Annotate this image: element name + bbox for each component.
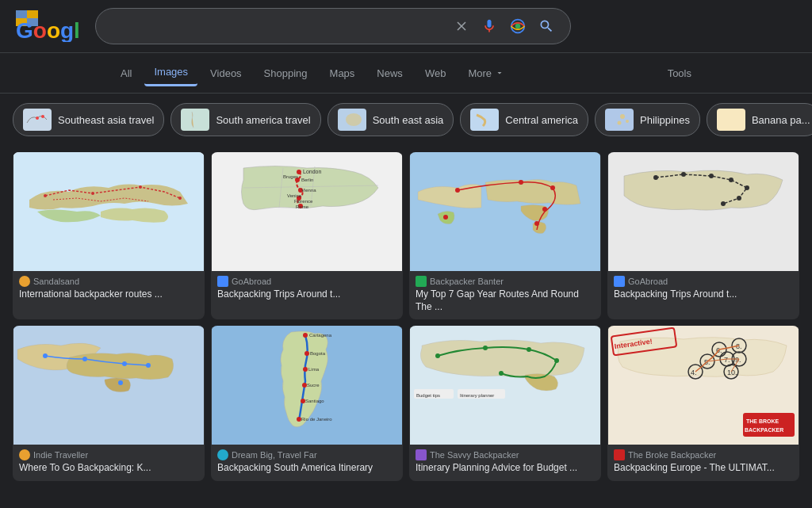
svg-point-15 (626, 120, 629, 123)
voice-search-button[interactable] (478, 15, 500, 37)
svg-point-63 (304, 351, 309, 356)
svg-text:Cartagena: Cartagena (309, 333, 332, 338)
svg-point-79 (499, 371, 504, 376)
nav-item-all[interactable]: All (111, 61, 141, 86)
clear-search-button[interactable] (451, 16, 472, 36)
svg-text:Bruges: Bruges (283, 174, 298, 179)
card-source-4: Indie Traveller (19, 449, 198, 460)
svg-text:Rio de Janeiro: Rio de Janeiro (301, 417, 332, 422)
card-image-3 (607, 152, 799, 271)
card-info-0: Sandalsand International backpacker rout… (13, 271, 205, 307)
nav-item-web[interactable]: Web (416, 61, 456, 86)
svg-text:Berlin: Berlin (301, 178, 313, 182)
card-source-7: The Broke Backpacker (614, 449, 793, 460)
image-card-2[interactable]: Backpacker Banter My Top 7 Gap Year Rout… (409, 152, 601, 319)
nav-item-maps[interactable]: Maps (320, 61, 365, 86)
nav-item-videos[interactable]: Videos (201, 61, 251, 86)
map-south-america-svg: Cartagena Bogota Lima Sucre Santiago Rio… (211, 326, 403, 445)
chip-thumb-sa-travel (181, 109, 209, 131)
card-title-4: Where To Go Backpacking: K... (19, 462, 198, 475)
logo-svg: Google (16, 10, 79, 42)
svg-point-11 (346, 113, 362, 126)
tools-button[interactable]: Tools (658, 61, 701, 86)
svg-text:Bogota: Bogota (310, 351, 326, 356)
nav-item-shopping[interactable]: Shopping (255, 61, 317, 86)
svg-text:BACKPACKER: BACKPACKER (745, 427, 783, 433)
svg-point-45 (534, 221, 539, 226)
svg-rect-47 (608, 152, 799, 271)
nav-item-news[interactable]: News (367, 61, 412, 86)
map-middle-east-svg (13, 326, 205, 445)
svg-text:Florence: Florence (294, 199, 313, 204)
svg-point-44 (542, 207, 547, 212)
search-icons (451, 15, 557, 37)
nav-item-more[interactable]: More (458, 61, 514, 86)
more-chevron-icon (495, 68, 504, 78)
source-icon-1 (217, 276, 228, 287)
nav-item-images[interactable]: Images (144, 59, 197, 86)
svg-point-46 (443, 215, 448, 220)
card-source-1: GoAbroad (217, 276, 396, 287)
svg-point-8 (41, 115, 44, 118)
chip-thumb-ph (605, 109, 634, 131)
svg-text:7.: 7. (724, 356, 730, 364)
card-info-3: GoAbroad Backpacking Trips Around t... (607, 271, 799, 307)
svg-point-43 (550, 185, 555, 190)
svg-point-60 (118, 380, 123, 385)
search-input[interactable]: popular backpacking routes (109, 19, 443, 33)
svg-marker-1 (16, 10, 27, 18)
image-card-6[interactable]: Budget tips Itinerary planner The Savvy … (409, 326, 601, 481)
image-card-1[interactable]: London Bruges Berlin Vienna Venice Flore… (211, 152, 403, 319)
card-info-7: The Broke Backpacker Backpacking Europe … (607, 445, 799, 481)
chip-thumb-ca (470, 109, 499, 131)
search-icon (538, 18, 554, 34)
google-logo[interactable]: Google (16, 10, 79, 42)
card-image-1: London Bruges Berlin Vienna Venice Flore… (211, 152, 403, 271)
card-image-0 (13, 152, 205, 271)
card-source-2: Backpacker Banter (416, 276, 595, 287)
source-icon-2 (416, 276, 427, 287)
card-source-0: Sandalsand (19, 276, 198, 287)
search-submit-button[interactable] (535, 15, 557, 37)
source-icon-3 (614, 276, 625, 287)
chip-thumb-sea-travel (23, 109, 52, 131)
svg-text:9.: 9. (735, 356, 741, 364)
source-icon-0 (19, 276, 30, 287)
image-card-5[interactable]: Cartagena Bogota Lima Sucre Santiago Rio… (211, 326, 403, 481)
search-bar[interactable]: popular backpacking routes (95, 8, 571, 44)
map-world-svg (13, 152, 205, 271)
chip-central-america[interactable]: Central america (460, 103, 588, 136)
card-title-1: Backpacking Trips Around t... (217, 288, 396, 301)
svg-text:Santiago: Santiago (305, 399, 324, 403)
chip-philippines[interactable]: Philippines (595, 103, 700, 136)
lens-search-button[interactable] (507, 15, 529, 37)
chip-banana[interactable]: Banana pa... (707, 103, 812, 136)
image-card-0[interactable]: Sandalsand International backpacker rout… (13, 152, 205, 319)
svg-rect-40 (410, 152, 600, 271)
card-image-5: Cartagena Bogota Lima Sucre Santiago Rio… (211, 326, 403, 445)
svg-text:Rome: Rome (296, 204, 309, 209)
image-card-4[interactable]: Indie Traveller Where To Go Backpacking:… (13, 326, 205, 481)
image-card-3[interactable]: GoAbroad Backpacking Trips Around t... (607, 152, 799, 319)
card-source-3: GoAbroad (614, 276, 793, 287)
svg-point-64 (303, 367, 308, 372)
map-europe3-svg: Budget tips Itinerary planner (409, 326, 601, 445)
chip-south-america-travel[interactable]: South america travel (170, 103, 320, 136)
svg-text:London: London (303, 169, 321, 174)
svg-text:THE BROKE: THE BROKE (746, 418, 779, 424)
card-title-3: Backpacking Trips Around t... (614, 288, 793, 301)
card-image-2 (409, 152, 601, 271)
chip-southeast-asia-travel[interactable]: Southeast asia travel (13, 103, 164, 136)
svg-text:Venice: Venice (287, 193, 302, 198)
image-card-7[interactable]: Interactive! 6. 8. 5. 7. 9. 4. 10. (607, 326, 799, 481)
mic-icon (481, 18, 497, 34)
chip-south-east-asia[interactable]: South east asia (327, 103, 454, 136)
svg-point-77 (527, 347, 531, 352)
card-source-6: The Savvy Backpacker (416, 449, 595, 460)
card-info-2: Backpacker Banter My Top 7 Gap Year Rout… (409, 271, 601, 319)
svg-point-23 (178, 197, 182, 200)
svg-text:Budget tips: Budget tips (416, 393, 440, 398)
svg-point-16 (618, 121, 622, 125)
svg-text:Itinerary planner: Itinerary planner (460, 393, 494, 398)
chip-thumb-banana (717, 109, 745, 131)
